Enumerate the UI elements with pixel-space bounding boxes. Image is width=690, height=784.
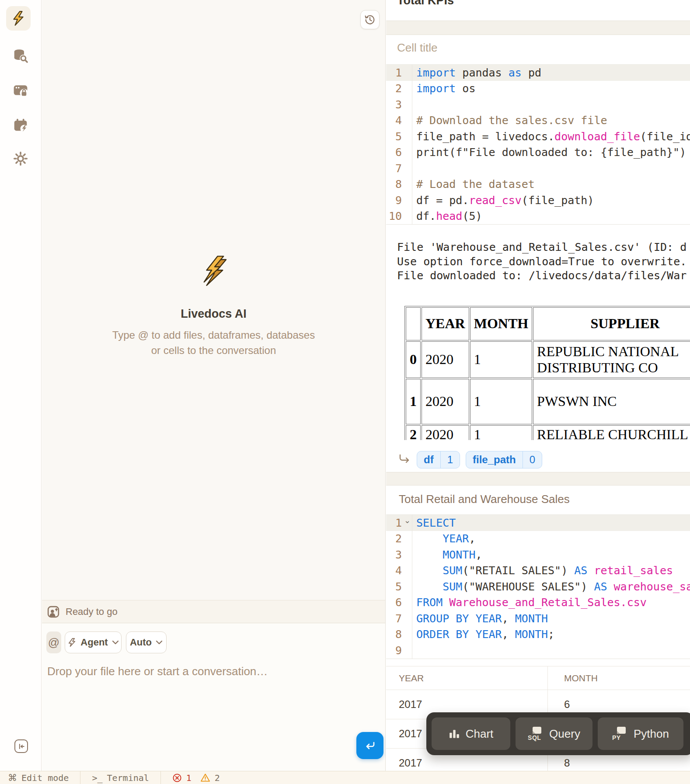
line-number: 4 — [386, 113, 412, 129]
code-line[interactable]: 1⌄SELECT — [386, 515, 690, 531]
python-cell[interactable]: Cell title 1import pandas as pd2import o… — [386, 35, 690, 472]
table-cell: 1 — [470, 425, 532, 441]
query-button-label: Query — [549, 727, 580, 741]
result-cell-year: 2017 — [399, 757, 422, 769]
code-line[interactable]: 10df.head(5) — [386, 208, 690, 225]
code-line[interactable]: 9df = pd.read_csv(file_path) — [386, 192, 690, 208]
code-line[interactable]: 1import pandas as pd — [386, 65, 690, 81]
sql-code-editor[interactable]: 1⌄SELECT2 YEAR,3 MONTH,4 SUM("RETAIL SAL… — [386, 514, 690, 659]
code-line[interactable]: 7 — [386, 160, 690, 177]
output-arrow-icon — [397, 453, 412, 466]
result-table-header: YEAR MONTH — [386, 666, 690, 690]
cell-title[interactable]: Total Retail and Warehouse Sales — [399, 493, 570, 506]
previous-cell[interactable]: Total KPIs — [386, 0, 690, 21]
code-text: df.head(5) — [412, 210, 482, 222]
window-lock-icon — [13, 83, 28, 98]
code-line[interactable]: 8# Load the dataset — [386, 177, 690, 193]
variable-chip[interactable]: df1 — [417, 451, 460, 468]
sidebar-item-schedules[interactable] — [12, 117, 29, 134]
line-number: 6 — [386, 145, 412, 161]
code-line[interactable]: 3 MONTH, — [386, 547, 690, 563]
terminal-icon: >_ — [92, 773, 102, 783]
add-chart-button[interactable]: Chart — [432, 718, 510, 750]
result-cell-year: 2017 — [399, 698, 422, 711]
line-number: 7 — [386, 160, 412, 177]
dataframe-preview-table: YEARMONTHSUPPLIER020201REPUBLIC NATIONAL… — [404, 306, 690, 441]
line-number: 10 — [386, 208, 412, 225]
agent-mode-dropdown[interactable]: Agent — [65, 631, 122, 653]
fold-chevron-icon[interactable]: ⌄ — [404, 516, 411, 525]
code-line[interactable]: 5 SUM("WAREHOUSE SALES") AS warehouse_sa… — [386, 579, 690, 595]
sidebar-item-apps[interactable] — [12, 82, 29, 99]
code-line[interactable]: 6print(f"File downloaded to: {file_path}… — [386, 145, 690, 161]
chat-subtitle: Type @ to add files, dataframes, databas… — [112, 327, 315, 358]
person-card-icon — [47, 606, 59, 618]
auto-dropdown-label: Auto — [130, 637, 152, 648]
error-icon — [172, 773, 182, 783]
code-text: # Download the sales.csv file — [412, 114, 607, 127]
return-arrow-icon — [363, 739, 377, 753]
sidebar-item-ai[interactable] — [6, 6, 31, 31]
chat-status-text: Ready to go — [66, 606, 118, 617]
edit-mode-toggle[interactable]: ⌘ Edit mode — [0, 771, 80, 784]
cell-title[interactable]: Total KPIs — [397, 0, 454, 7]
table-cell: 0 — [406, 341, 421, 378]
table-cell: RELIABLE CHURCHILL — [533, 425, 690, 441]
table-row: 220201RELIABLE CHURCHILL — [406, 425, 690, 441]
code-text: df = pd.read_csv(file_path) — [412, 194, 594, 207]
variable-value: 1 — [440, 451, 460, 468]
code-line[interactable]: 9 — [386, 642, 690, 659]
sidebar-item-settings[interactable] — [12, 150, 29, 167]
code-line[interactable]: 4# Download the sales.csv file — [386, 113, 690, 129]
cell-title-input[interactable]: Cell title — [397, 41, 437, 55]
diagnostics[interactable]: 1 2 — [161, 771, 231, 784]
line-number: 3 — [386, 547, 412, 563]
chat-history-button[interactable] — [360, 10, 380, 29]
result-cell-month: 6 — [564, 698, 570, 711]
line-number: 2 — [386, 531, 412, 547]
code-line[interactable]: 8ORDER BY YEAR, MONTH; — [386, 627, 690, 643]
variable-name: file_path — [466, 454, 523, 466]
line-number: 8 — [386, 177, 412, 193]
chart-button-label: Chart — [466, 727, 494, 741]
settings-gear-icon — [13, 151, 28, 167]
result-column-month[interactable]: MONTH — [564, 673, 598, 683]
line-number: 9 — [386, 192, 412, 208]
warning-icon — [200, 773, 210, 782]
code-line[interactable]: 3 — [386, 97, 690, 113]
chat-input[interactable]: Drop your file here or start a conversat… — [47, 665, 268, 678]
add-python-button[interactable]: PY Python — [598, 718, 683, 750]
result-cell-month: 8 — [564, 757, 570, 769]
output-line: File downloaded to: /livedocs/data/files… — [386, 269, 690, 283]
sidebar-item-data-explorer[interactable] — [12, 47, 29, 65]
result-column-year[interactable]: YEAR — [399, 673, 424, 683]
error-count: 1 — [186, 773, 192, 783]
model-mode-dropdown[interactable]: Auto — [126, 631, 167, 653]
add-query-button[interactable]: SQL Query — [516, 718, 592, 750]
send-button[interactable] — [356, 732, 383, 759]
variable-chip[interactable]: file_path0 — [466, 451, 542, 468]
line-number: 6 — [386, 595, 412, 611]
code-line[interactable]: 2 YEAR, — [386, 531, 690, 547]
calendar-bolt-icon — [13, 118, 28, 133]
code-line[interactable]: 7GROUP BY YEAR, MONTH — [386, 611, 690, 627]
code-line[interactable]: 4 SUM("RETAIL SALES") AS retail_sales — [386, 563, 690, 579]
terminal-toggle[interactable]: >_ Terminal — [80, 771, 160, 784]
table-cell: 2020 — [422, 379, 469, 424]
code-line[interactable]: 5file_path = livedocs.download_file(file… — [386, 128, 690, 145]
code-text: import pandas as pd — [412, 66, 541, 79]
table-cell: 2 — [406, 425, 421, 441]
chat-title: Livedocs AI — [181, 307, 247, 321]
bar-chart-icon — [449, 728, 460, 739]
code-line[interactable]: 2import os — [386, 81, 690, 97]
table-cell: 2020 — [422, 425, 469, 441]
code-line[interactable]: 6FROM Warehouse_and_Retail_Sales.csv — [386, 595, 690, 611]
table-header-cell — [406, 307, 421, 340]
mention-button[interactable]: @ — [46, 631, 61, 653]
collapse-sidebar-button[interactable] — [14, 739, 28, 753]
cell-output: File 'Warehouse_and_Retail_Sales.csv' (I… — [386, 229, 690, 440]
database-search-icon — [13, 48, 28, 64]
status-bar: ⌘ Edit mode >_ Terminal 1 2 — [0, 771, 690, 784]
python-code-editor[interactable]: 1import pandas as pd2import os34# Downlo… — [386, 64, 690, 225]
table-cell: 2020 — [422, 341, 469, 378]
